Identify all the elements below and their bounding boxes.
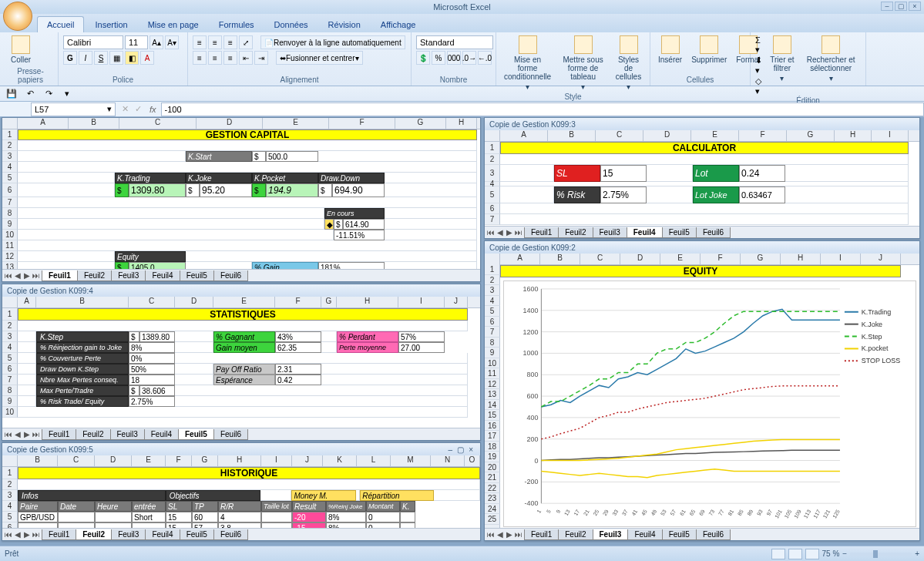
col-header[interactable]: B xyxy=(36,297,129,307)
insert-cells-button[interactable]: Insérer xyxy=(655,34,685,66)
col-header[interactable]: B xyxy=(69,118,119,129)
col-header[interactable]: K xyxy=(323,455,357,466)
sheet-tab[interactable]: Feuil1 xyxy=(42,529,76,540)
increase-indent-button[interactable]: ⇥ xyxy=(254,51,268,65)
underline-button[interactable]: S xyxy=(94,51,108,65)
col-header[interactable]: C xyxy=(580,254,620,264)
wb-maximize[interactable]: ▢ xyxy=(455,445,466,454)
tab-nav-next[interactable]: ▶ xyxy=(22,271,32,280)
paste-button[interactable]: Coller xyxy=(8,34,34,66)
bold-button[interactable]: G xyxy=(63,51,77,65)
col-header[interactable]: I xyxy=(872,130,909,141)
risk-value[interactable]: 2.75% xyxy=(600,186,647,203)
tab-insertion[interactable]: Insertion xyxy=(86,17,136,32)
col-header[interactable]: H xyxy=(835,130,872,141)
col-header[interactable]: F xyxy=(166,455,192,466)
col-header[interactable]: D xyxy=(95,455,132,466)
increase-decimal-button[interactable]: .0→ xyxy=(462,51,476,65)
col-header[interactable]: F xyxy=(275,297,321,307)
col-header[interactable]: J xyxy=(861,254,901,264)
zoom-in-button[interactable]: + xyxy=(915,549,919,558)
sheet-tab[interactable]: Feuil2 xyxy=(76,529,112,540)
conditional-formatting-button[interactable]: Mise en forme conditionnelle▾ xyxy=(501,34,554,92)
col-header[interactable]: B xyxy=(540,254,580,264)
sheet-tab[interactable]: Feuil6 xyxy=(213,529,248,540)
col-header[interactable]: G xyxy=(787,130,835,141)
sheet-tab[interactable]: Feuil1 xyxy=(42,270,78,281)
sheet-tab[interactable]: Feuil2 xyxy=(77,270,112,281)
decrease-decimal-button[interactable]: ←.0 xyxy=(478,51,492,65)
fill-button[interactable]: ⬇ ▾ xyxy=(755,55,764,76)
col-header[interactable]: C xyxy=(129,297,175,307)
sheet-tab[interactable]: Feuil5 xyxy=(180,270,214,281)
col-header[interactable]: G xyxy=(192,455,218,466)
col-header[interactable]: D xyxy=(620,254,660,264)
drawdown-value[interactable]: 694.90 xyxy=(332,183,385,197)
delete-cells-button[interactable]: Supprimer xyxy=(688,34,730,66)
col-header[interactable]: H xyxy=(446,118,477,129)
col-header[interactable]: F xyxy=(329,118,395,129)
col-header[interactable]: G xyxy=(321,297,337,307)
format-as-table-button[interactable]: Mettre sous forme de tableau▾ xyxy=(557,34,609,92)
name-box[interactable]: L57▾ xyxy=(31,102,116,116)
sheet-tab[interactable]: Feuil5 xyxy=(180,529,214,540)
tab-affichage[interactable]: Affichage xyxy=(371,17,425,32)
qat-customize-button[interactable]: ▾ xyxy=(60,88,74,100)
col-header[interactable]: L xyxy=(357,455,391,466)
normal-view-button[interactable] xyxy=(771,549,785,559)
col-header[interactable]: O xyxy=(465,455,480,466)
decrease-font-button[interactable]: A▾ xyxy=(165,35,179,49)
cell-styles-button[interactable]: Styles de cellules▾ xyxy=(612,34,645,92)
sheet-tab[interactable]: Feuil3 xyxy=(111,529,146,540)
col-header[interactable]: E xyxy=(660,254,701,264)
tab-accueil[interactable]: Accueil xyxy=(37,16,84,32)
col-header[interactable]: F xyxy=(701,254,741,264)
col-header[interactable]: C xyxy=(58,455,95,466)
select-all-corner[interactable] xyxy=(2,297,18,307)
wrap-text-button[interactable]: 📄 Renvoyer à la ligne automatiquement xyxy=(260,35,405,49)
col-header[interactable]: D xyxy=(643,130,691,141)
redo-button[interactable]: ↷ xyxy=(42,88,55,100)
col-header[interactable]: B xyxy=(548,130,596,141)
sheet-tab[interactable]: Feuil6 xyxy=(213,270,248,281)
sheet-tab[interactable]: Feuil4 xyxy=(627,227,663,238)
clear-button[interactable]: ◇ ▾ xyxy=(755,76,764,96)
font-color-button[interactable]: A xyxy=(140,51,154,65)
fx-button[interactable]: fx xyxy=(145,105,161,114)
sheet-tab[interactable]: Feuil5 xyxy=(662,227,697,238)
select-all-corner[interactable] xyxy=(2,118,18,129)
col-header[interactable]: G xyxy=(395,118,446,129)
font-size-combo[interactable]: 11 xyxy=(125,35,148,49)
align-left-button[interactable]: ≡ xyxy=(193,51,207,65)
sheet-tab[interactable]: Feuil3 xyxy=(593,227,627,238)
zoom-level[interactable]: 75 % xyxy=(822,549,840,558)
col-header[interactable]: E xyxy=(691,130,739,141)
sheet-tab[interactable]: Feuil2 xyxy=(76,429,110,440)
equity-value[interactable]: 1405.0 xyxy=(129,262,186,269)
kpocket-value[interactable]: 194.9 xyxy=(266,183,318,197)
select-all-corner[interactable] xyxy=(485,130,500,141)
ktrading-value[interactable]: 1309.80 xyxy=(129,183,186,197)
minimize-button[interactable]: – xyxy=(881,2,893,11)
kjoke-value[interactable]: 95.20 xyxy=(200,183,252,197)
align-right-button[interactable]: ≡ xyxy=(223,51,237,65)
col-header[interactable]: A xyxy=(500,130,548,141)
sheet-tab[interactable]: Feuil1 xyxy=(524,529,559,540)
col-header[interactable]: A xyxy=(18,297,36,307)
formula-input[interactable]: -100 xyxy=(161,102,924,116)
sheet-tab[interactable]: Feuil4 xyxy=(144,429,179,440)
col-header[interactable]: B xyxy=(18,455,58,466)
col-header[interactable]: H xyxy=(218,455,261,466)
comma-button[interactable]: 000 xyxy=(447,51,461,65)
sheet-tab[interactable]: Feuil3 xyxy=(111,270,146,281)
tab-nav-prev[interactable]: ◀ xyxy=(13,271,22,280)
sheet-tab[interactable]: Feuil4 xyxy=(145,529,180,540)
col-header[interactable]: H xyxy=(781,254,821,264)
sheet-tab[interactable]: Feuil6 xyxy=(696,529,731,540)
sheet-tab[interactable]: Feuil1 xyxy=(524,227,559,238)
col-header[interactable]: C xyxy=(119,118,197,129)
col-header[interactable]: D xyxy=(175,297,213,307)
font-name-combo[interactable]: Calibri xyxy=(63,35,123,49)
col-header[interactable]: C xyxy=(596,130,643,141)
autosum-button[interactable]: Σ ▾ xyxy=(755,35,764,55)
